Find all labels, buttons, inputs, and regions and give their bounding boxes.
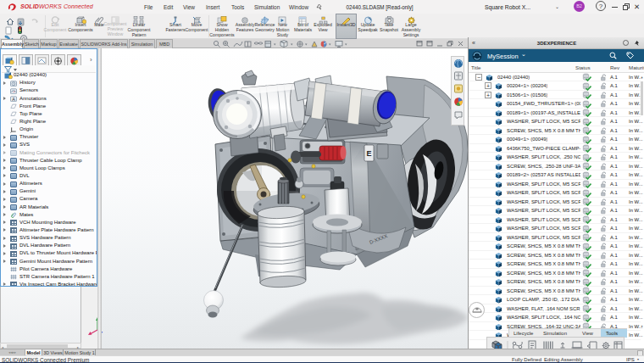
svg-text:A: A: [12, 97, 15, 102]
svg-text:E: E: [366, 149, 371, 158]
